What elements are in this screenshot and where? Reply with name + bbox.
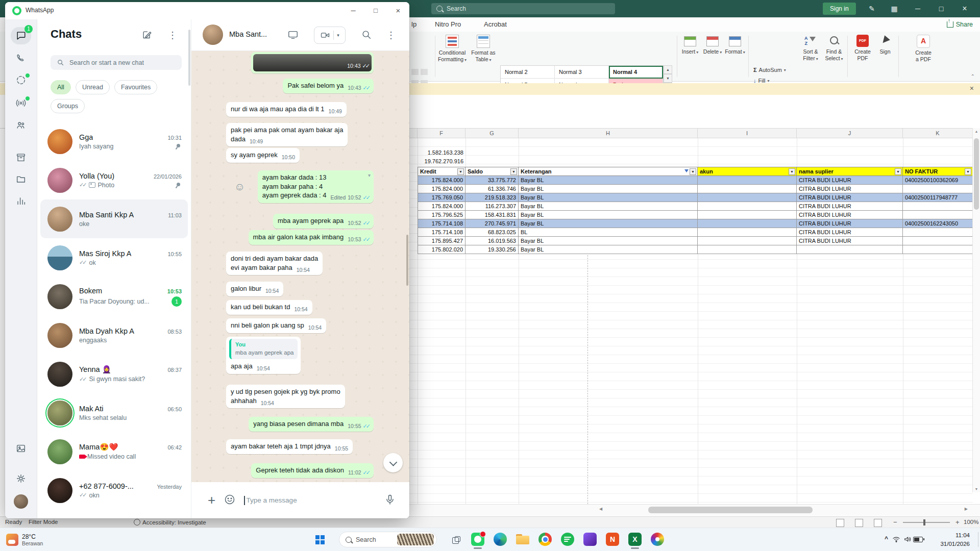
chat-list-item[interactable]: Mak Ati06:50Mks sehat selalu <box>40 393 188 432</box>
sidebar-item-profile[interactable] <box>11 493 31 510</box>
cell[interactable]: 175.714.108 <box>418 228 465 237</box>
column-header-G[interactable]: G <box>465 128 519 138</box>
sidebar-item-activity[interactable] <box>11 192 31 210</box>
cell[interactable] <box>698 211 797 219</box>
cell[interactable]: 175.714.108 <box>418 219 465 228</box>
message-bubble[interactable]: Youmba ayam geprek apaapa aja10:54 <box>226 337 301 374</box>
share-button[interactable]: Share <box>947 17 973 32</box>
zoom-slider-thumb[interactable] <box>923 519 925 525</box>
cell[interactable] <box>797 245 903 254</box>
sidebar-item-calls[interactable] <box>11 49 31 67</box>
chrome-taskbar-icon[interactable] <box>535 529 555 549</box>
cell-style-normal-2[interactable]: Normal 2 <box>501 66 555 79</box>
cell[interactable]: 61.336.746 <box>465 185 519 193</box>
conversation-menu-icon[interactable]: ⋮ <box>386 30 396 41</box>
chat-list-item[interactable]: Mba Santi Kkp A11:03oke <box>40 199 188 238</box>
cell[interactable]: 1.582.163.238 <box>418 148 465 157</box>
cell[interactable] <box>903 245 973 254</box>
taskbar-search[interactable]: Search <box>339 532 437 547</box>
chat-list-item[interactable]: Mama😍❤️06:42Missed video call <box>40 432 188 471</box>
chat-list-scrollbar[interactable] <box>188 30 190 86</box>
cell[interactable]: 175.769.050 <box>418 193 465 202</box>
cell[interactable]: 175.802.020 <box>418 245 465 254</box>
cell[interactable] <box>903 211 973 219</box>
call-options-icon[interactable]: ▾ <box>337 33 339 38</box>
cell[interactable] <box>698 185 797 193</box>
volume-icon[interactable] <box>903 535 912 545</box>
scroll-down-icon[interactable]: ▼ <box>973 487 980 491</box>
cell[interactable]: Bayar BL <box>519 211 698 219</box>
contact-avatar[interactable] <box>203 24 223 45</box>
cell[interactable]: BL <box>519 228 698 237</box>
conversation-scrollbar[interactable] <box>406 235 408 286</box>
close-button[interactable]: × <box>387 2 409 19</box>
autosum-button[interactable]: ΣAutoSum▾ <box>753 65 786 74</box>
cell[interactable]: Bayar BL <box>519 185 698 193</box>
column-header-I[interactable]: I <box>698 128 797 138</box>
ribbon-display-icon[interactable]: ▦ <box>884 0 904 17</box>
start-button[interactable] <box>311 532 329 547</box>
cell[interactable]: CITRA BUDI LUHUR <box>797 237 903 245</box>
filter-dropdown-icon[interactable]: ▼ <box>457 168 464 175</box>
cell[interactable]: 16.019.563 <box>465 237 519 245</box>
search-in-chat-icon[interactable] <box>361 29 372 42</box>
mic-icon[interactable] <box>384 493 396 508</box>
task-view-button[interactable] <box>447 532 465 547</box>
sidebar-item-settings[interactable] <box>11 470 31 487</box>
message-bubble[interactable]: y ud tlg pesen gojek pk yg byk promo ahh… <box>226 385 345 408</box>
vertical-scroll-thumb[interactable] <box>974 138 979 210</box>
column-header-K[interactable]: K <box>903 128 973 138</box>
sidebar-item-status[interactable] <box>11 71 31 89</box>
scroll-left-icon[interactable]: ◀ <box>599 507 602 511</box>
edge-taskbar-icon[interactable] <box>490 529 510 549</box>
cell[interactable]: 04002500100362069 <box>903 176 973 185</box>
message-bubble[interactable]: galon libur10:54 <box>226 282 283 296</box>
message-bubble[interactable]: nni beli galon pk uang sp10:54 <box>226 318 326 333</box>
video-call-button[interactable]: ▾ <box>314 27 346 44</box>
tray-overflow-icon[interactable]: ^ <box>885 535 888 542</box>
scroll-right-icon[interactable]: ▶ <box>965 507 968 511</box>
chat-list-item[interactable]: Mba Dyah Kkp A08:53enggaaks <box>40 316 188 355</box>
chat-list-item[interactable]: +62 877-6009-...Yesterday✓✓okn <box>40 471 188 510</box>
message-bubble[interactable]: ayam bakar dada : 13 ayam bakar paha : 4… <box>258 170 374 203</box>
horizontal-scroll-thumb[interactable] <box>648 507 813 513</box>
cell[interactable] <box>903 237 973 245</box>
cell[interactable]: 33.775.772 <box>465 176 519 185</box>
message-bubble[interactable]: pak pei ama pak omat ayam bakar aja dada… <box>226 123 348 146</box>
chat-list-item[interactable]: Mas Siroj Kkp A10:55✓✓ok <box>40 238 188 277</box>
sign-in-button[interactable]: Sign in <box>823 3 856 15</box>
cell[interactable]: Bayar BL <box>519 237 698 245</box>
cell[interactable] <box>698 193 797 202</box>
cell[interactable]: Bayar BL <box>519 245 698 254</box>
menu-icon[interactable]: ⋮ <box>168 30 177 41</box>
cell[interactable]: 19.330.256 <box>465 245 519 254</box>
filter-chip-groups[interactable]: Groups <box>51 99 85 113</box>
tab-help[interactable]: lp <box>411 17 416 32</box>
message-menu-icon[interactable]: ▾ <box>368 172 371 179</box>
sidebar-item-communities[interactable] <box>11 116 31 134</box>
cell[interactable] <box>903 185 973 193</box>
cell[interactable]: 04002500117948777 <box>903 193 973 202</box>
cell[interactable] <box>698 202 797 211</box>
zoom-slider[interactable] <box>903 522 950 523</box>
cell[interactable]: 270.745.971 <box>465 219 519 228</box>
message-input[interactable]: Type a message <box>244 496 376 505</box>
cell[interactable]: 175.824.000 <box>418 185 465 193</box>
maximize-button[interactable]: □ <box>931 0 951 17</box>
search-chats-input[interactable]: Search or start a new chat <box>51 55 182 70</box>
filter-chip-unread[interactable]: Unread <box>76 80 110 94</box>
message-bubble[interactable]: yang biasa pesen dimana mba10:55✓✓ <box>249 417 374 432</box>
cell[interactable]: CITRA BUDI LUHUR <box>797 202 903 211</box>
cell[interactable]: 19.762.270.916 <box>418 157 465 166</box>
collapse-ribbon-icon[interactable]: ⌃ <box>971 73 975 79</box>
cell[interactable]: 68.823.025 <box>465 228 519 237</box>
weather-widget[interactable]: 28°C Berawan <box>3 530 46 549</box>
cell[interactable]: 158.431.831 <box>465 211 519 219</box>
page-break-view-icon[interactable] <box>874 519 882 527</box>
sidebar-item-chats[interactable]: 1 <box>11 27 31 44</box>
maximize-button[interactable]: □ <box>364 2 387 19</box>
message-bubble[interactable]: mba air galon kata pak imbang10:53✓✓ <box>249 230 374 245</box>
close-notification-icon[interactable]: × <box>970 84 974 92</box>
cell[interactable] <box>903 202 973 211</box>
minimize-button[interactable]: ─ <box>908 0 928 17</box>
